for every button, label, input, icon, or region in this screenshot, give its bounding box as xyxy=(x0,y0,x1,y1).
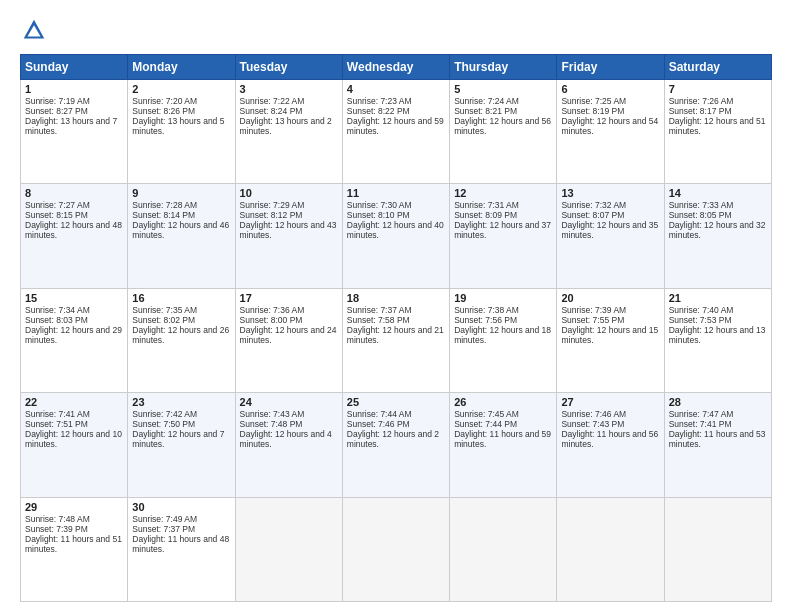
sunrise-label: Sunrise: 7:36 AM xyxy=(240,305,305,315)
sunset-label: Sunset: 8:02 PM xyxy=(132,315,195,325)
sunset-label: Sunset: 8:03 PM xyxy=(25,315,88,325)
sunrise-label: Sunrise: 7:23 AM xyxy=(347,96,412,106)
header-row: Sunday Monday Tuesday Wednesday Thursday… xyxy=(21,55,772,80)
daylight-label: Daylight: 12 hours and 15 minutes. xyxy=(561,325,658,345)
sunset-label: Sunset: 7:43 PM xyxy=(561,419,624,429)
day-number: 8 xyxy=(25,187,123,199)
sunset-label: Sunset: 7:56 PM xyxy=(454,315,517,325)
daylight-label: Daylight: 13 hours and 2 minutes. xyxy=(240,116,332,136)
day-number: 26 xyxy=(454,396,552,408)
daylight-label: Daylight: 11 hours and 48 minutes. xyxy=(132,534,229,554)
calendar-cell xyxy=(235,497,342,601)
day-number: 17 xyxy=(240,292,338,304)
day-number: 9 xyxy=(132,187,230,199)
day-number: 25 xyxy=(347,396,445,408)
calendar-cell: 20Sunrise: 7:39 AMSunset: 7:55 PMDayligh… xyxy=(557,288,664,392)
sunrise-label: Sunrise: 7:28 AM xyxy=(132,200,197,210)
sunrise-label: Sunrise: 7:35 AM xyxy=(132,305,197,315)
calendar-week-1: 1Sunrise: 7:19 AMSunset: 8:27 PMDaylight… xyxy=(21,80,772,184)
sunrise-label: Sunrise: 7:30 AM xyxy=(347,200,412,210)
daylight-label: Daylight: 11 hours and 59 minutes. xyxy=(454,429,551,449)
calendar-cell: 24Sunrise: 7:43 AMSunset: 7:48 PMDayligh… xyxy=(235,393,342,497)
daylight-label: Daylight: 12 hours and 21 minutes. xyxy=(347,325,444,345)
logo-icon xyxy=(20,16,48,44)
calendar-cell: 10Sunrise: 7:29 AMSunset: 8:12 PMDayligh… xyxy=(235,184,342,288)
sunset-label: Sunset: 8:26 PM xyxy=(132,106,195,116)
sunrise-label: Sunrise: 7:40 AM xyxy=(669,305,734,315)
day-number: 10 xyxy=(240,187,338,199)
daylight-label: Daylight: 12 hours and 54 minutes. xyxy=(561,116,658,136)
day-number: 7 xyxy=(669,83,767,95)
sunrise-label: Sunrise: 7:43 AM xyxy=(240,409,305,419)
daylight-label: Daylight: 12 hours and 4 minutes. xyxy=(240,429,332,449)
calendar-cell xyxy=(664,497,771,601)
calendar-cell: 8Sunrise: 7:27 AMSunset: 8:15 PMDaylight… xyxy=(21,184,128,288)
daylight-label: Daylight: 12 hours and 40 minutes. xyxy=(347,220,444,240)
col-tuesday: Tuesday xyxy=(235,55,342,80)
calendar-cell: 29Sunrise: 7:48 AMSunset: 7:39 PMDayligh… xyxy=(21,497,128,601)
sunset-label: Sunset: 7:39 PM xyxy=(25,524,88,534)
calendar-cell: 19Sunrise: 7:38 AMSunset: 7:56 PMDayligh… xyxy=(450,288,557,392)
page: Sunday Monday Tuesday Wednesday Thursday… xyxy=(0,0,792,612)
daylight-label: Daylight: 11 hours and 51 minutes. xyxy=(25,534,122,554)
col-friday: Friday xyxy=(557,55,664,80)
col-sunday: Sunday xyxy=(21,55,128,80)
day-number: 19 xyxy=(454,292,552,304)
calendar-cell: 15Sunrise: 7:34 AMSunset: 8:03 PMDayligh… xyxy=(21,288,128,392)
calendar-cell: 7Sunrise: 7:26 AMSunset: 8:17 PMDaylight… xyxy=(664,80,771,184)
sunrise-label: Sunrise: 7:19 AM xyxy=(25,96,90,106)
calendar-cell: 27Sunrise: 7:46 AMSunset: 7:43 PMDayligh… xyxy=(557,393,664,497)
sunrise-label: Sunrise: 7:25 AM xyxy=(561,96,626,106)
calendar-cell xyxy=(557,497,664,601)
daylight-label: Daylight: 13 hours and 5 minutes. xyxy=(132,116,224,136)
day-number: 27 xyxy=(561,396,659,408)
sunset-label: Sunset: 8:14 PM xyxy=(132,210,195,220)
daylight-label: Daylight: 12 hours and 24 minutes. xyxy=(240,325,337,345)
calendar-cell: 14Sunrise: 7:33 AMSunset: 8:05 PMDayligh… xyxy=(664,184,771,288)
sunset-label: Sunset: 8:22 PM xyxy=(347,106,410,116)
daylight-label: Daylight: 12 hours and 46 minutes. xyxy=(132,220,229,240)
daylight-label: Daylight: 12 hours and 13 minutes. xyxy=(669,325,766,345)
day-number: 28 xyxy=(669,396,767,408)
calendar-week-2: 8Sunrise: 7:27 AMSunset: 8:15 PMDaylight… xyxy=(21,184,772,288)
sunrise-label: Sunrise: 7:33 AM xyxy=(669,200,734,210)
sunrise-label: Sunrise: 7:38 AM xyxy=(454,305,519,315)
daylight-label: Daylight: 11 hours and 53 minutes. xyxy=(669,429,766,449)
calendar-cell: 23Sunrise: 7:42 AMSunset: 7:50 PMDayligh… xyxy=(128,393,235,497)
daylight-label: Daylight: 12 hours and 43 minutes. xyxy=(240,220,337,240)
sunrise-label: Sunrise: 7:47 AM xyxy=(669,409,734,419)
sunrise-label: Sunrise: 7:46 AM xyxy=(561,409,626,419)
day-number: 22 xyxy=(25,396,123,408)
calendar-cell: 30Sunrise: 7:49 AMSunset: 7:37 PMDayligh… xyxy=(128,497,235,601)
sunrise-label: Sunrise: 7:37 AM xyxy=(347,305,412,315)
daylight-label: Daylight: 12 hours and 48 minutes. xyxy=(25,220,122,240)
daylight-label: Daylight: 12 hours and 35 minutes. xyxy=(561,220,658,240)
day-number: 24 xyxy=(240,396,338,408)
sunrise-label: Sunrise: 7:34 AM xyxy=(25,305,90,315)
calendar-cell: 1Sunrise: 7:19 AMSunset: 8:27 PMDaylight… xyxy=(21,80,128,184)
sunset-label: Sunset: 7:48 PM xyxy=(240,419,303,429)
calendar-week-5: 29Sunrise: 7:48 AMSunset: 7:39 PMDayligh… xyxy=(21,497,772,601)
calendar-cell: 22Sunrise: 7:41 AMSunset: 7:51 PMDayligh… xyxy=(21,393,128,497)
day-number: 4 xyxy=(347,83,445,95)
calendar-cell: 4Sunrise: 7:23 AMSunset: 8:22 PMDaylight… xyxy=(342,80,449,184)
sunrise-label: Sunrise: 7:49 AM xyxy=(132,514,197,524)
calendar-cell: 18Sunrise: 7:37 AMSunset: 7:58 PMDayligh… xyxy=(342,288,449,392)
col-saturday: Saturday xyxy=(664,55,771,80)
calendar-cell: 13Sunrise: 7:32 AMSunset: 8:07 PMDayligh… xyxy=(557,184,664,288)
daylight-label: Daylight: 12 hours and 32 minutes. xyxy=(669,220,766,240)
sunrise-label: Sunrise: 7:31 AM xyxy=(454,200,519,210)
sunset-label: Sunset: 7:50 PM xyxy=(132,419,195,429)
calendar-cell: 16Sunrise: 7:35 AMSunset: 8:02 PMDayligh… xyxy=(128,288,235,392)
sunrise-label: Sunrise: 7:42 AM xyxy=(132,409,197,419)
sunset-label: Sunset: 8:27 PM xyxy=(25,106,88,116)
day-number: 3 xyxy=(240,83,338,95)
sunset-label: Sunset: 8:00 PM xyxy=(240,315,303,325)
calendar-cell: 9Sunrise: 7:28 AMSunset: 8:14 PMDaylight… xyxy=(128,184,235,288)
daylight-label: Daylight: 12 hours and 18 minutes. xyxy=(454,325,551,345)
daylight-label: Daylight: 12 hours and 2 minutes. xyxy=(347,429,439,449)
day-number: 13 xyxy=(561,187,659,199)
day-number: 18 xyxy=(347,292,445,304)
col-monday: Monday xyxy=(128,55,235,80)
day-number: 29 xyxy=(25,501,123,513)
